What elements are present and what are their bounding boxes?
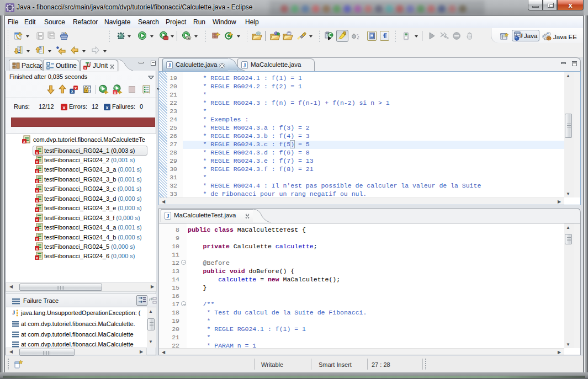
svg-text:x: x xyxy=(36,179,38,183)
svg-text:x: x xyxy=(36,256,38,260)
svg-text:J: J xyxy=(167,213,169,219)
svg-text:x: x xyxy=(105,105,108,110)
svg-text:J: J xyxy=(168,62,171,68)
svg-text:x: x xyxy=(114,90,116,94)
svg-text:x: x xyxy=(36,227,38,231)
svg-text:x: x xyxy=(36,169,38,173)
svg-text:x: x xyxy=(36,151,38,154)
svg-text:x: x xyxy=(36,237,38,241)
svg-text:x: x xyxy=(36,189,38,193)
svg-text:x: x xyxy=(23,140,25,143)
svg-text:x: x xyxy=(36,218,38,222)
svg-text:J: J xyxy=(12,309,15,316)
svg-text:x: x xyxy=(62,105,65,110)
svg-text:J: J xyxy=(520,33,523,39)
svg-text:x: x xyxy=(36,199,38,202)
svg-text:x: x xyxy=(36,208,38,212)
svg-text:x: x xyxy=(71,89,73,94)
svg-text:x: x xyxy=(75,86,77,90)
svg-text:x: x xyxy=(36,160,38,164)
svg-text:x: x xyxy=(36,247,38,250)
